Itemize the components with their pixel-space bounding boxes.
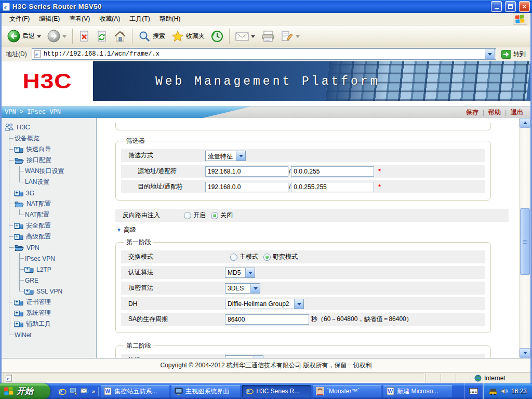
- taskbar-task-zhushitu[interactable]: 主视图系统界面: [171, 385, 240, 397]
- forward-button[interactable]: [45, 28, 69, 44]
- sidebar-item-system-mgmt[interactable]: +系统管理: [2, 308, 96, 318]
- scrollbar-thumb[interactable]: [520, 208, 530, 275]
- scrollbar-track[interactable]: [520, 128, 530, 348]
- favorites-button[interactable]: 收藏夹: [169, 29, 207, 44]
- sidebar-item-advanced-config[interactable]: +高级配置: [2, 231, 96, 242]
- overflow-chevron-icon[interactable]: »: [92, 388, 94, 394]
- expand-plus-icon[interactable]: +: [14, 322, 20, 327]
- sidebar-item-wan-interface-settings[interactable]: WAN接口设置: [2, 166, 96, 177]
- edit-icon: [281, 31, 294, 42]
- taskbar-task-word[interactable]: W新建 Microso...: [383, 385, 452, 397]
- taskbar-task-h3c[interactable]: eH3C Series R...: [242, 385, 311, 397]
- reverse-route-injection-radio-1[interactable]: [211, 212, 218, 219]
- sidebar-item-quick-wizard[interactable]: +快速向导: [2, 144, 96, 155]
- folder-icon: +: [15, 233, 23, 240]
- sidebar-item-nat-config[interactable]: NAT配置: [2, 198, 96, 209]
- auth-algorithm-select[interactable]: MD5: [225, 268, 255, 278]
- action-link-1[interactable]: 帮助: [488, 108, 501, 117]
- tree-connector: [9, 193, 14, 193]
- sidebar-item-lan-settings[interactable]: LAN设置: [2, 177, 96, 188]
- menu-item-0[interactable]: 文件(F): [5, 14, 34, 24]
- filter-mode-select[interactable]: 流量特征: [205, 151, 246, 161]
- vertical-scrollbar[interactable]: [519, 118, 530, 358]
- sidebar-item-l2tp[interactable]: +L2TP: [2, 264, 96, 275]
- sidebar-item-h3c[interactable]: H3C: [2, 121, 96, 133]
- expand-plus-icon[interactable]: +: [14, 191, 20, 196]
- action-divider: |: [483, 109, 484, 116]
- start-button[interactable]: 开始: [0, 383, 50, 399]
- sidebar-item-gre[interactable]: GRE: [2, 275, 96, 286]
- expand-plus-icon[interactable]: +: [14, 223, 20, 229]
- sidebar-item-aux-tools[interactable]: +辅助工具: [2, 318, 96, 329]
- action-link-2[interactable]: 退出: [511, 108, 523, 117]
- source-address-wildcard-input[interactable]: [291, 166, 374, 177]
- sidebar-item-security-config[interactable]: +安全配置: [2, 220, 96, 231]
- expand-plus-icon[interactable]: +: [14, 234, 20, 240]
- page-actions: 保存|帮助|退出: [466, 108, 530, 117]
- folder-icon: +: [15, 321, 23, 327]
- dropdown-arrow-icon[interactable]: [294, 299, 303, 309]
- dropdown-arrow-icon[interactable]: [245, 268, 255, 277]
- sidebar-item-certificate-mgmt[interactable]: +证书管理: [2, 297, 96, 308]
- expand-plus-icon[interactable]: +: [14, 300, 20, 305]
- dh-select[interactable]: Diffie-Hellman Group2: [225, 299, 304, 309]
- action-link-0[interactable]: 保存: [466, 108, 478, 117]
- encryption-algorithm-select[interactable]: 3DES: [225, 283, 260, 294]
- expand-plus-icon[interactable]: +: [24, 289, 30, 294]
- sidebar-item-nat-config-sub[interactable]: NAT配置: [2, 209, 96, 220]
- search-button[interactable]: 搜索: [136, 29, 168, 44]
- menu-item-3[interactable]: 收藏(A): [95, 14, 125, 24]
- sidebar-item-winet[interactable]: WiNet: [2, 329, 96, 340]
- maximize-button[interactable]: [505, 1, 516, 12]
- advanced-toggle[interactable]: ▼ 高级: [116, 225, 512, 234]
- sidebar-item-interface-config[interactable]: 接口配置: [2, 155, 96, 166]
- dropdown-arrow-icon[interactable]: [236, 151, 245, 161]
- close-button[interactable]: ×: [519, 1, 530, 12]
- taskbar-task-monster[interactable]: `Monster™`: [313, 385, 381, 397]
- back-dropdown-icon[interactable]: [37, 35, 41, 40]
- menu-item-4[interactable]: 工具(T): [125, 14, 154, 24]
- minimize-button[interactable]: [491, 1, 502, 12]
- menu-item-2[interactable]: 查看(V): [64, 14, 95, 24]
- expand-plus-icon[interactable]: +: [24, 267, 30, 272]
- scroll-up-button[interactable]: [520, 118, 530, 128]
- menu-item-5[interactable]: 帮助(H): [155, 14, 185, 24]
- stop-button[interactable]: [76, 29, 92, 44]
- taskbar-task-jikongzhan[interactable]: W集控站五防系...: [101, 385, 169, 397]
- sa-lifetime-input[interactable]: [225, 314, 309, 325]
- dest-address-wildcard-input[interactable]: [291, 182, 374, 192]
- volume-icon[interactable]: [500, 388, 508, 395]
- home-button[interactable]: [111, 29, 129, 44]
- address-input[interactable]: [44, 50, 483, 58]
- sidebar-item-ssl-vpn[interactable]: +SSL VPN: [2, 286, 96, 297]
- back-button[interactable]: 后退: [5, 28, 44, 44]
- sidebar-item-vpn[interactable]: VPN: [2, 242, 96, 253]
- exchange-mode-radio-1[interactable]: [263, 254, 271, 261]
- sidebar-item-3g[interactable]: +3G: [2, 188, 96, 198]
- menu-item-1[interactable]: 编辑(E): [34, 14, 64, 24]
- quick-launch-ie[interactable]: e: [58, 387, 66, 396]
- source-address-address-input[interactable]: [205, 166, 288, 177]
- mail-button[interactable]: [233, 30, 258, 43]
- scroll-down-button[interactable]: [520, 348, 530, 358]
- device-icon[interactable]: [489, 388, 497, 395]
- sidebar-item-device-overview[interactable]: 设备概览: [2, 133, 96, 144]
- sidebar-item-ipsec-vpn[interactable]: IPsec VPN: [2, 253, 96, 264]
- reverse-route-injection-radio-0[interactable]: [184, 212, 191, 219]
- refresh-button[interactable]: [94, 29, 110, 44]
- go-button[interactable]: 转到: [499, 49, 528, 59]
- dest-address-address-input[interactable]: [205, 182, 288, 192]
- address-dropdown-icon[interactable]: [485, 49, 495, 59]
- dropdown-arrow-icon[interactable]: [250, 284, 260, 293]
- exchange-mode-radio-0[interactable]: [230, 254, 237, 261]
- folder-icon: +: [25, 266, 34, 273]
- quick-launch-show-desktop[interactable]: [69, 387, 78, 395]
- print-button[interactable]: [259, 29, 277, 44]
- expand-plus-icon[interactable]: +: [14, 311, 20, 316]
- quick-launch-outlook[interactable]: [81, 387, 89, 395]
- edit-button[interactable]: [278, 29, 302, 44]
- history-button[interactable]: [208, 29, 226, 44]
- expand-plus-icon[interactable]: +: [14, 147, 20, 152]
- language-bar[interactable]: [464, 383, 483, 399]
- mail-dropdown-icon[interactable]: [251, 35, 255, 40]
